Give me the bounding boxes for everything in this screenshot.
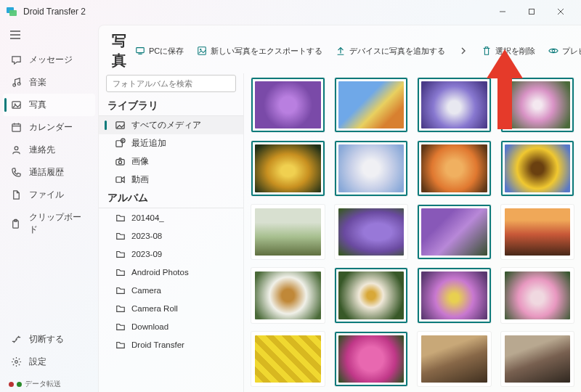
preview-button[interactable]: プレビュー [544, 43, 581, 60]
library-column: ライブラリ すべてのメディア最近追加画像動画 アルバム 201404_2023-… [99, 73, 244, 392]
photo-thumbnail[interactable] [501, 205, 574, 259]
photo-thumbnail[interactable] [251, 141, 325, 195]
file-icon [10, 189, 22, 201]
photo-thumbnail[interactable] [335, 141, 408, 195]
photo-thumbnail[interactable] [418, 141, 491, 195]
library-item[interactable]: 動画 [99, 171, 243, 189]
nav-item-label: 切断する [29, 333, 64, 346]
library-item-label: 画像 [131, 156, 149, 167]
photo-thumbnail[interactable] [251, 205, 325, 259]
thumbnail-image [338, 271, 405, 319]
album-item[interactable]: 2023-09 [99, 245, 243, 263]
albums-heading: アルバム [99, 189, 243, 208]
settings-icon [10, 356, 22, 368]
search-input[interactable] [106, 75, 236, 92]
svg-rect-22 [137, 48, 145, 53]
svg-point-17 [15, 147, 18, 150]
album-item[interactable]: Camera [99, 281, 243, 299]
library-item-label: 動画 [131, 174, 149, 185]
photo-thumbnail[interactable] [418, 205, 491, 259]
album-item[interactable]: Camera Roll [99, 299, 243, 317]
nav-item-photo[interactable]: 写真 [3, 94, 95, 116]
folder-icon [115, 248, 126, 259]
thumbnail-image [255, 144, 321, 192]
photo-thumbnail[interactable] [418, 78, 491, 132]
thumbnail-image [505, 144, 571, 192]
thumbnail-image [255, 208, 321, 256]
nav-item-calendar[interactable]: カレンダー [0, 116, 98, 139]
album-item[interactable]: 2023-08 [99, 226, 243, 245]
delete-selection-button[interactable]: 選択を削除 [477, 43, 540, 60]
library-item[interactable]: すべてのメディア [99, 116, 243, 134]
photo-thumbnail[interactable] [251, 78, 325, 132]
nav-item-music[interactable]: 音楽 [0, 71, 98, 94]
photo-thumbnail[interactable] [418, 268, 491, 322]
export-new-button[interactable]: 新しい写真をエクスポートする [192, 43, 327, 60]
photo-thumbnail[interactable] [335, 332, 408, 386]
svg-point-25 [200, 49, 201, 50]
photo-thumbnail[interactable] [501, 268, 574, 322]
svg-point-27 [553, 49, 556, 52]
thumbnail-image [255, 271, 321, 319]
album-item-label: Droid Transfer [131, 340, 184, 349]
status-dot-green [17, 382, 22, 387]
photo-thumbnail[interactable] [418, 332, 491, 386]
photo-thumbnail[interactable] [335, 205, 408, 259]
status-dot-red [9, 382, 14, 387]
search-box [106, 75, 236, 92]
toolbar-more-button[interactable] [454, 43, 473, 59]
calllog-icon [10, 167, 22, 179]
nav-item-calllog[interactable]: 通話履歴 [0, 161, 98, 184]
thumbnail-image [421, 335, 487, 383]
thumbnail-image [421, 144, 487, 192]
photo-thumbnail[interactable] [251, 332, 325, 386]
toolbar: 写真 PCに保存 新しい写真をエクスポートする デバイスに写真を追加する 選択を… [99, 25, 581, 73]
photo-thumbnail[interactable] [335, 268, 408, 322]
thumbnail-image [255, 81, 321, 128]
album-item[interactable]: Download [99, 317, 243, 335]
photo-thumbnail[interactable] [335, 78, 408, 132]
recent-icon [115, 138, 126, 149]
library-item[interactable]: 最近追加 [99, 134, 243, 152]
clipboard-icon [10, 218, 22, 229]
nav-item-clipboard[interactable]: クリップボード [0, 206, 98, 241]
photo-thumbnail[interactable] [501, 332, 574, 386]
album-item[interactable]: Android Photos [99, 263, 243, 281]
svg-rect-33 [116, 177, 122, 183]
album-item[interactable]: 201404_ [99, 208, 243, 226]
window-maximize-button[interactable] [517, 1, 546, 22]
chevron-right-icon [458, 46, 468, 56]
photo-thumbnail[interactable] [501, 141, 574, 195]
export-icon [197, 46, 207, 56]
thumbnail-image [338, 81, 405, 128]
content-panel: 写真 PCに保存 新しい写真をエクスポートする デバイスに写真を追加する 選択を… [98, 25, 581, 392]
photo-thumbnail[interactable] [251, 268, 325, 322]
thumbnail-image [338, 335, 405, 383]
folder-icon [115, 230, 126, 241]
nav-item-disconnect[interactable]: 切断する [0, 328, 98, 351]
folder-icon [115, 266, 126, 277]
folder-icon [115, 303, 126, 314]
window-close-button[interactable] [546, 1, 575, 22]
photo-grid-scroll[interactable] [244, 73, 581, 392]
upload-icon [336, 46, 346, 56]
svg-point-9 [12, 83, 15, 86]
nav-item-message[interactable]: メッセージ [0, 49, 98, 71]
save-to-pc-button[interactable]: PCに保存 [131, 43, 188, 60]
allmedia-icon [115, 120, 126, 131]
album-item[interactable]: Droid Transfer [99, 335, 243, 354]
album-item-label: 2023-08 [131, 232, 162, 240]
nav-item-settings[interactable]: 設定 [0, 351, 98, 373]
nav-item-contacts[interactable]: 連絡先 [0, 139, 98, 161]
album-item-label: 201404_ [131, 213, 164, 222]
status-bar: データ転送 [0, 376, 98, 392]
nav-item-file[interactable]: ファイル [0, 184, 98, 206]
window-minimize-button[interactable] [488, 1, 517, 22]
svg-point-20 [15, 338, 17, 340]
hamburger-button[interactable] [0, 28, 98, 49]
page-title: 写真 [112, 31, 126, 70]
library-item[interactable]: 画像 [99, 152, 243, 171]
thumbnail-image [338, 208, 405, 256]
photo-thumbnail[interactable] [501, 78, 574, 132]
add-to-device-button[interactable]: デバイスに写真を追加する [331, 43, 450, 60]
